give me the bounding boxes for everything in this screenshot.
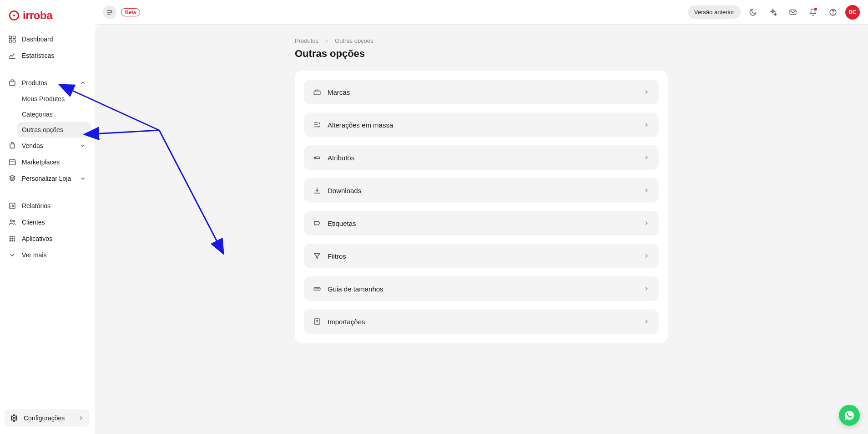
sidebar-item-personalizar[interactable]: Personalizar Loja	[4, 170, 91, 187]
option-label: Atributos	[328, 154, 637, 162]
help-icon	[829, 8, 837, 16]
theme-toggle-button[interactable]	[745, 5, 761, 20]
svg-point-14	[12, 238, 13, 239]
chevron-right-icon	[643, 253, 650, 259]
svg-point-19	[13, 417, 15, 419]
download-icon	[313, 186, 321, 194]
attributes-icon	[313, 153, 321, 162]
option-filtros[interactable]: Filtros	[304, 244, 659, 268]
sidebar-label: Vendas	[22, 142, 74, 149]
sidebar-subitem-categorias[interactable]: Categorias	[17, 107, 91, 122]
chevron-right-icon	[643, 154, 650, 161]
sidebar-label: Produtos	[22, 79, 74, 87]
svg-rect-4	[9, 40, 11, 42]
sidebar-item-produtos[interactable]: Produtos	[4, 75, 91, 91]
svg-point-8	[10, 220, 13, 222]
mail-icon	[789, 8, 797, 16]
option-label: Marcas	[328, 88, 637, 96]
notification-dot	[814, 8, 817, 10]
svg-point-15	[14, 238, 15, 239]
chevron-down-icon	[80, 175, 86, 182]
svg-point-12	[14, 236, 15, 237]
brand-logo[interactable]: irroba	[4, 7, 91, 31]
chevron-right-icon	[643, 187, 650, 194]
option-downloads[interactable]: Downloads	[304, 178, 659, 203]
breadcrumb-item[interactable]: Produtos	[295, 37, 318, 44]
sparkle-button[interactable]	[765, 5, 781, 20]
stats-icon	[8, 51, 16, 60]
breadcrumb-item[interactable]: Outras opções	[335, 37, 373, 44]
sidebar-item-configuracoes[interactable]: Configurações	[5, 409, 90, 427]
option-label: Downloads	[328, 187, 637, 194]
sidebar-item-relatorios[interactable]: Relatórios	[4, 198, 91, 214]
sidebar-item-clientes[interactable]: Clientes	[4, 214, 91, 230]
svg-point-1	[13, 15, 15, 16]
svg-point-18	[14, 240, 15, 241]
sidebar-subitems-produtos: Meus Produtos Categorias Outras opções	[4, 91, 91, 138]
whatsapp-fab[interactable]	[839, 405, 860, 426]
sidebar-item-marketplaces[interactable]: Marketplaces	[4, 154, 91, 170]
collapse-sidebar-button[interactable]	[103, 5, 116, 19]
customize-icon	[8, 174, 16, 183]
chevron-right-icon	[643, 286, 650, 292]
page-title: Outras opções	[295, 48, 668, 60]
config-label: Configurações	[24, 414, 72, 422]
sidebar-label: Aplicativos	[22, 235, 86, 242]
previous-version-button[interactable]: Versão anterior	[688, 5, 741, 19]
sidebar-label: Marketplaces	[22, 158, 86, 166]
beta-badge: Beta	[121, 8, 140, 16]
topbar: Beta Versão anterior	[95, 0, 868, 25]
sidebar-item-dashboard[interactable]: Dashboard	[4, 31, 91, 47]
sidebar-label: Clientes	[22, 219, 86, 226]
svg-point-13	[10, 238, 10, 239]
svg-point-9	[13, 220, 15, 222]
labels-icon	[313, 219, 321, 227]
options-card: Marcas Alterações em massa	[295, 71, 668, 343]
clients-icon	[8, 218, 16, 226]
reports-icon	[8, 202, 16, 210]
svg-rect-5	[13, 40, 15, 42]
sidebar-label: Personalizar Loja	[22, 175, 74, 182]
help-button[interactable]	[825, 5, 841, 20]
option-label: Guia de tamanhos	[328, 285, 637, 293]
chevron-right-icon	[643, 220, 650, 226]
sidebar-subitem-meus-produtos[interactable]: Meus Produtos	[17, 91, 91, 107]
chevron-right-icon	[643, 318, 650, 325]
marketplace-icon	[8, 158, 16, 166]
option-guia-de-tamanhos[interactable]: Guia de tamanhos	[304, 276, 659, 301]
mail-button[interactable]	[785, 5, 801, 20]
option-label: Filtros	[328, 252, 637, 260]
sidebar-label: Dashboard	[22, 36, 86, 43]
filters-icon	[313, 252, 321, 260]
nav-section-3: Relatórios Clientes Aplicativos Ver mais	[4, 198, 91, 263]
gear-icon	[10, 414, 18, 422]
nav-section-2: Produtos Meus Produtos Categorias Outras…	[4, 75, 91, 187]
chevron-right-icon	[324, 38, 329, 44]
sidebar-item-ver-mais[interactable]: Ver mais	[4, 247, 91, 263]
svg-point-10	[10, 236, 10, 237]
sidebar-label: Estatísticas	[22, 52, 86, 59]
brands-icon	[313, 88, 321, 96]
notifications-button[interactable]	[805, 5, 821, 20]
option-etiquetas[interactable]: Etiquetas	[304, 211, 659, 235]
svg-rect-3	[13, 36, 15, 38]
sidebar-item-aplicativos[interactable]: Aplicativos	[4, 230, 91, 247]
nav-section-1: Dashboard Estatísticas	[4, 31, 91, 64]
option-label: Alterações em massa	[328, 121, 637, 129]
svg-point-11	[12, 236, 13, 237]
sidebar-item-estatisticas[interactable]: Estatísticas	[4, 47, 91, 64]
option-marcas[interactable]: Marcas	[304, 80, 659, 104]
sidebar-label: Ver mais	[22, 251, 86, 259]
sidebar-subitem-outras-opcoes[interactable]: Outras opções	[17, 122, 91, 138]
avatar[interactable]: DC	[845, 5, 860, 20]
chevron-right-icon	[78, 415, 84, 421]
svg-point-25	[315, 158, 316, 158]
option-importacoes[interactable]: Importações	[304, 309, 659, 334]
breadcrumb: Produtos Outras opções	[295, 37, 668, 44]
option-atributos[interactable]: Atributos	[304, 145, 659, 170]
products-icon	[8, 79, 16, 87]
sidebar-item-vendas[interactable]: Vendas	[4, 138, 91, 154]
option-alteracoes-em-massa[interactable]: Alterações em massa	[304, 112, 659, 137]
apps-icon	[8, 235, 16, 243]
imports-icon	[313, 317, 321, 326]
